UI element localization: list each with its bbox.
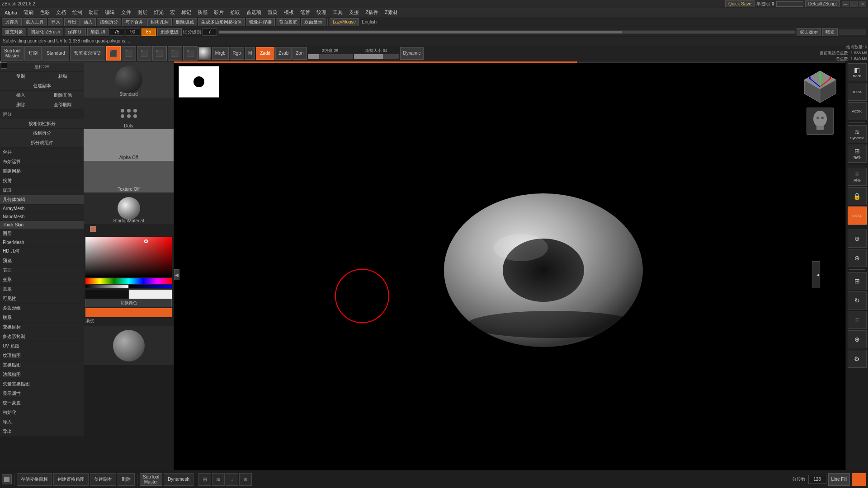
brush-stroke-s4-button[interactable]: ⬛ — [183, 46, 198, 61]
lazy-mouse-button[interactable]: LazyMouse — [330, 18, 359, 26]
color-gradient-container[interactable] — [85, 237, 172, 277]
fg-swatch[interactable] — [90, 226, 96, 232]
sat-bar[interactable] — [85, 285, 128, 288]
sxyz-button[interactable]: SXYZ — [848, 206, 867, 225]
alpha-preview[interactable]: Alpha Off — [84, 129, 174, 161]
maximize-button[interactable]: □ — [850, 1, 858, 7]
menu-light[interactable]: 灯光 — [151, 8, 166, 17]
value1-input[interactable] — [110, 28, 124, 36]
menu-layer[interactable]: 图层 — [135, 8, 150, 17]
export-button[interactable]: 导出 — [64, 18, 80, 26]
create-disp-button[interactable]: 创建置换贴图 — [53, 473, 89, 486]
standard-brush-preview[interactable]: Standard — [84, 61, 174, 98]
double-face-button2[interactable]: 双面显示 — [797, 28, 821, 36]
subtool-master-button[interactable]: SubToolMaster — [1, 46, 24, 61]
menu-macro[interactable]: 宏 — [167, 8, 178, 17]
line-fill-button[interactable]: Line Fill — [828, 473, 850, 486]
rp-merge-button[interactable]: ⊕ — [848, 330, 867, 348]
rp-circle2-button[interactable]: ⊕ — [848, 249, 867, 267]
delete-btn[interactable]: 删除 — [0, 100, 42, 110]
menu-material[interactable]: 质感 — [195, 8, 210, 17]
insert-button[interactable]: 插入 — [80, 18, 96, 26]
menu-edit[interactable]: 编辑 — [102, 8, 118, 17]
zsub-button[interactable]: Zsub — [275, 47, 292, 60]
zadd-button[interactable]: Zadd — [256, 47, 274, 60]
load-ui-button[interactable]: 加载 UI — [87, 28, 108, 36]
menu-template[interactable]: 模板 — [281, 8, 297, 17]
ac5-button[interactable]: AC5% — [848, 102, 867, 120]
lock-button[interactable]: 🔒 — [848, 187, 867, 205]
split-by-group-button[interactable]: 按组拆分 — [97, 18, 121, 26]
paste-button[interactable]: 粘贴 — [42, 72, 84, 81]
brush-stroke-s2-button[interactable]: ⬛ — [152, 46, 167, 61]
menu-alpha[interactable]: Alpha — [2, 9, 20, 16]
color-swatch[interactable] — [198, 47, 211, 60]
split-component-button[interactable]: 拆分成组件 — [0, 138, 84, 148]
split-group-button[interactable]: 按组拆分 — [0, 129, 84, 138]
brush-stroke-s1-button[interactable]: ⬛ — [137, 46, 151, 61]
draw-size-slider[interactable] — [354, 54, 399, 59]
bb-subtool-master-button[interactable]: SubToolMaster — [140, 473, 162, 486]
duplicate-button[interactable]: 创建副本 — [90, 473, 116, 486]
mrgb-button[interactable]: Mrgb — [212, 47, 229, 60]
bb-icon4-button[interactable]: ⊕ — [239, 473, 252, 486]
reload-object-button[interactable]: 重充对象 — [2, 28, 26, 36]
close-button[interactable]: × — [859, 1, 866, 7]
back-button[interactable]: ◧ Back — [848, 63, 867, 81]
brush-stroke-dot-button[interactable]: ⬛ — [106, 46, 121, 61]
transparency-slider[interactable] — [776, 1, 803, 7]
delete-button[interactable]: 删除 — [118, 473, 135, 486]
load-tool-button[interactable]: 载入工具 — [23, 18, 47, 26]
rp-rotate-button[interactable]: ↻ — [848, 291, 867, 310]
menu-texture[interactable]: 纹理 — [314, 8, 329, 17]
menu-draw[interactable]: 绘制 — [70, 8, 85, 17]
dynamic-button[interactable]: Dynamic — [400, 47, 424, 60]
rp-circle1-button[interactable]: ⊕ — [848, 230, 867, 248]
smooth-light-button[interactable]: 曙光 — [822, 28, 838, 36]
smooth-button[interactable]: ≋ — [212, 473, 225, 486]
menu-stroke[interactable]: 笔管 — [297, 8, 313, 17]
remove-lower-button[interactable]: 删除低级 — [157, 28, 182, 36]
minimize-button[interactable]: — — [842, 1, 849, 7]
store-morph-button[interactable]: 存储变换目标 — [17, 473, 52, 486]
delete-all-btn[interactable]: 全部删除 — [42, 100, 84, 110]
menu-render[interactable]: 渲染 — [265, 8, 280, 17]
dots-brush-preview[interactable]: Dots — [84, 98, 174, 129]
nav-cube-svg[interactable] — [802, 69, 838, 105]
split-similar-button[interactable]: 按相似性拆分 — [0, 119, 84, 129]
create-copy-button[interactable]: 创建副本 — [0, 81, 84, 91]
opacity-bar[interactable] — [129, 285, 172, 288]
backface-mask-button[interactable]: 背面遮罩 — [276, 18, 300, 26]
menu-marker[interactable]: 标记 — [179, 8, 194, 17]
mirror-weld-button[interactable]: 镜像并焊接 — [246, 18, 275, 26]
bottom-material-sphere[interactable] — [113, 330, 145, 361]
menu-preferences[interactable]: 首选项 — [244, 8, 264, 17]
menu-color[interactable]: 色彩 — [37, 8, 52, 17]
dynamic-mode-button[interactable]: ≋ Dynamic — [848, 125, 867, 143]
z-intensity-slider[interactable] — [308, 54, 353, 59]
rp-props-button[interactable]: ⚙ — [848, 350, 867, 368]
rp-grid-button[interactable]: ⊞ — [848, 272, 867, 290]
menu-support[interactable]: 支援 — [346, 8, 362, 17]
save-as-button[interactable]: 另存为 — [2, 18, 22, 26]
zon-button[interactable]: Zon — [292, 47, 307, 60]
merge-down-button[interactable]: 与下合并 — [122, 18, 146, 26]
brush-stroke-line-button[interactable]: ⬛ — [122, 46, 136, 61]
menu-brush[interactable]: 笔刷 — [21, 8, 36, 17]
menu-zscript[interactable]: Z素材 — [382, 8, 401, 17]
brush-stroke-s3-button[interactable]: ⬛ — [168, 46, 182, 61]
rgb-button[interactable]: Rgb — [230, 47, 244, 60]
m-button[interactable]: M — [245, 47, 255, 60]
project-button[interactable]: ↓ — [226, 473, 238, 486]
brush-name-button[interactable]: 灯刷 — [24, 46, 42, 61]
value2-input[interactable] — [126, 28, 140, 36]
generate-polymesh-button[interactable]: 生成多边形网格物体 — [198, 18, 245, 26]
quick-save-button[interactable]: Quick Save — [725, 0, 755, 7]
align-button[interactable]: ≡ 对齐 — [848, 168, 867, 186]
delete-hidden-button[interactable]: 删除隐藏 — [173, 18, 197, 26]
copy-button[interactable]: 复制 — [0, 72, 42, 81]
active-color-swatch[interactable] — [85, 308, 172, 317]
subtool-item1-button[interactable]: 扭和225 — [0, 63, 84, 72]
delete-others-btn[interactable]: 删除其他 — [42, 91, 84, 100]
menu-document[interactable]: 文档 — [53, 8, 69, 17]
